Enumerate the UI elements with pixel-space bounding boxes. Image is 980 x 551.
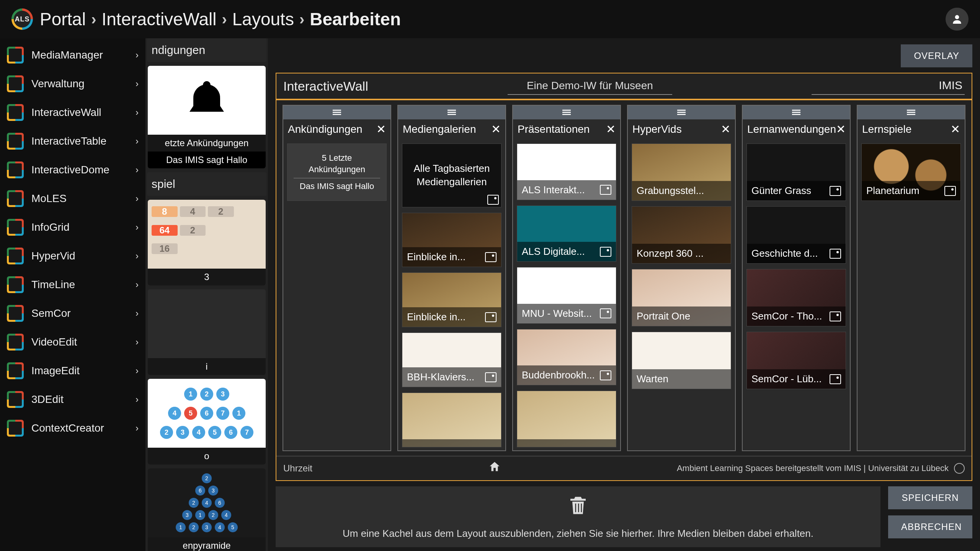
sidebar-item-interactivewall[interactable]: InteractiveWall ›	[0, 98, 145, 127]
column-body[interactable]: Alle Tagbasierten Mediengallerien Einbli…	[398, 140, 505, 450]
tile-label: Günter Grass	[751, 185, 811, 197]
user-avatar[interactable]	[946, 8, 969, 31]
sidebar-item-verwaltung[interactable]: Verwaltung ›	[0, 69, 145, 98]
tile-media[interactable]: Planetarium	[861, 143, 961, 201]
tile-media[interactable]: ALS Interakt...	[517, 143, 616, 200]
chevron-right-icon: ›	[299, 11, 304, 28]
tile-media[interactable]	[517, 391, 616, 447]
column-title: Ankündigungen	[288, 123, 363, 135]
column-close-icon[interactable]: ✕	[951, 122, 960, 136]
column-drag-handle[interactable]	[628, 106, 735, 119]
tile-media[interactable]: BBH-Klaviers...	[402, 333, 501, 387]
breadcrumb-portal[interactable]: Portal	[40, 9, 86, 29]
user-icon	[951, 13, 963, 25]
tile-media[interactable]: Grabungsstel...	[632, 143, 731, 201]
column-body[interactable]: Planetarium	[858, 140, 965, 450]
menu-icon	[676, 108, 686, 117]
tile-media[interactable]	[402, 393, 501, 447]
column-body[interactable]: Grabungsstel... Konzept 360 ... Portrait…	[628, 140, 735, 450]
home-icon[interactable]	[488, 460, 501, 476]
column-drag-handle[interactable]	[513, 106, 620, 119]
palette-panel[interactable]: ndigungen etzte Ankündgungen Das IMIS sa…	[145, 38, 268, 551]
cancel-button[interactable]: ABBRECHEN	[888, 515, 972, 538]
sidebar-item-semcor[interactable]: SemCor ›	[0, 299, 145, 328]
tetris-thumb	[148, 289, 266, 358]
tile-media[interactable]: Konzept 360 ...	[632, 206, 731, 264]
layout-subtitle-input[interactable]	[508, 77, 672, 95]
column-drag-handle[interactable]	[743, 106, 850, 119]
palette-tile[interactable]: 12345671234567 o	[148, 379, 266, 465]
image-icon	[485, 252, 497, 262]
tile-announcement[interactable]: 5 Letzte AnkündgungenDas IMIS sagt Hallo	[287, 143, 387, 201]
sidebar-item-hypervid[interactable]: HyperVid ›	[0, 241, 145, 270]
sidebar-item-mediamanager[interactable]: MediaManager ›	[0, 41, 145, 69]
palette-tile[interactable]: 263246312412345 enpyramide	[148, 468, 266, 551]
chevron-right-icon: ›	[136, 394, 139, 405]
column-drag-handle[interactable]	[398, 106, 505, 119]
status-right: Ambient Learning Spaces bereitgestellt v…	[677, 463, 949, 473]
svg-rect-6	[448, 114, 456, 115]
trash-dropzone[interactable]: Um eine Kachel aus dem Layout auszublend…	[276, 486, 880, 547]
tile-media[interactable]: Portrait One	[632, 269, 731, 326]
overlay-button[interactable]: OVERLAY	[901, 44, 972, 67]
tile-media[interactable]: Einblicke in...	[402, 213, 501, 267]
column-close-icon[interactable]: ✕	[606, 122, 616, 136]
sidebar-item-label: MoLES	[31, 192, 67, 205]
solitaire-thumb: 12345671234567	[148, 379, 266, 448]
palette-section-title: spiel	[147, 172, 266, 196]
tile-text[interactable]: Alle Tagbasierten Mediengallerien	[402, 143, 501, 207]
tile-label: Einblicke in...	[407, 311, 466, 323]
sidebar-item-imageedit[interactable]: ImageEdit ›	[0, 356, 145, 385]
sidebar-item-interactivedome[interactable]: InteractiveDome ›	[0, 155, 145, 184]
tile-media[interactable]: SemCor - Tho...	[746, 269, 846, 326]
layout-title: InteractiveWall	[283, 79, 368, 94]
column-body[interactable]: Günter Grass Geschichte d... SemCor - Th…	[743, 140, 850, 450]
sidebar-item-moles[interactable]: MoLES ›	[0, 184, 145, 213]
tile-media[interactable]: ALS Digitale...	[517, 205, 616, 262]
column-drag-handle[interactable]	[858, 106, 965, 119]
tile-media[interactable]: MNU - Websit...	[517, 267, 616, 324]
sidebar-item-label: SemCor	[31, 307, 71, 320]
module-icon	[7, 190, 24, 207]
tile-media[interactable]: Einblicke in...	[402, 272, 501, 327]
tile-media[interactable]: Buddenbrookh...	[517, 329, 616, 386]
image-icon	[485, 312, 497, 322]
tile-label: Warten	[637, 373, 668, 385]
tile-label: ALS Interakt...	[522, 184, 585, 196]
column-drag-handle[interactable]	[283, 106, 390, 119]
sidebar-item-interactivetable[interactable]: InteractiveTable ›	[0, 127, 145, 155]
sidebar-item-timeline[interactable]: TimeLine ›	[0, 270, 145, 299]
column-close-icon[interactable]: ✕	[376, 122, 386, 136]
tile-label: SemCor - Lüb...	[751, 373, 822, 385]
sidebar-item-infogrid[interactable]: InfoGrid ›	[0, 213, 145, 241]
tile-media[interactable]: Geschichte d...	[746, 206, 846, 264]
breadcrumb-layouts[interactable]: Layouts	[232, 9, 294, 29]
sidebar-item-videoedit[interactable]: VideoEdit ›	[0, 328, 145, 356]
tile-media[interactable]: Günter Grass	[746, 143, 846, 201]
layout-owner-label[interactable]: IMIS	[812, 77, 965, 95]
tile-label: MNU - Websit...	[522, 308, 592, 320]
tile-label: Einblicke in...	[407, 251, 466, 263]
palette-tile[interactable]: i	[148, 289, 266, 375]
column-body[interactable]: 5 Letzte AnkündgungenDas IMIS sagt Hallo	[283, 140, 390, 450]
tile-media[interactable]: Warten	[632, 332, 731, 389]
column-body[interactable]: ALS Interakt... ALS Digitale... MNU - We…	[513, 140, 620, 450]
sidebar-item-contextcreator[interactable]: ContextCreator ›	[0, 414, 145, 442]
layout-column: Lernanwendungen ✕ Günter Grass Geschicht…	[742, 105, 851, 451]
palette-tile[interactable]: etzte Ankündgungen Das IMIS sagt Hallo	[148, 66, 266, 168]
layout-column: Lernspiele ✕ Planetarium	[857, 105, 965, 451]
svg-rect-7	[562, 110, 571, 111]
column-close-icon[interactable]: ✕	[491, 122, 501, 136]
sidebar-item-3dedit[interactable]: 3DEdit ›	[0, 385, 145, 414]
image-icon	[830, 311, 841, 321]
save-button[interactable]: SPEICHERN	[888, 486, 972, 509]
palette-tile[interactable]: 84264216 3	[148, 200, 266, 285]
column-close-icon[interactable]: ✕	[721, 122, 730, 136]
sidebar-item-label: VideoEdit	[31, 336, 77, 348]
tile-label: Grabungsstel...	[637, 185, 704, 197]
tile-label: Portrait One	[637, 310, 690, 322]
tile-media[interactable]: SemCor - Lüb...	[746, 332, 846, 389]
column-close-icon[interactable]: ✕	[836, 122, 846, 136]
breadcrumb-interactivewall[interactable]: InteractiveWall	[102, 9, 217, 29]
svg-rect-10	[677, 110, 686, 111]
